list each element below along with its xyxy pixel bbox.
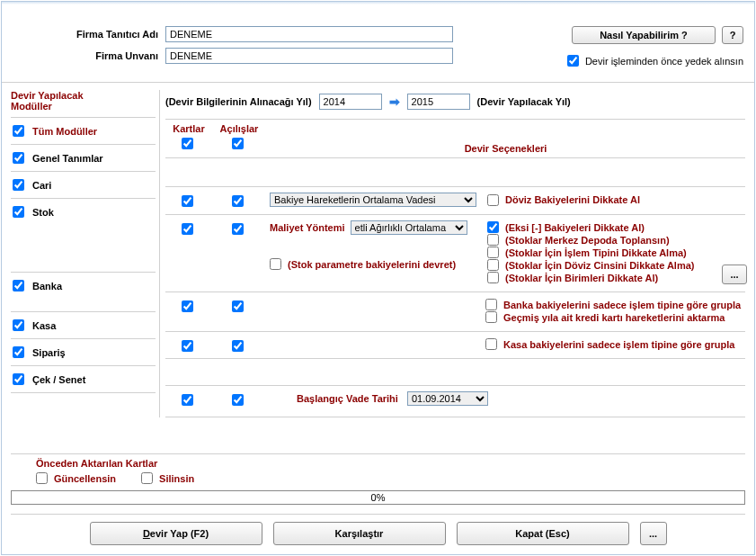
stok-eksi-label: (Eksi [-] Bakiyeleri Dikkate Al) [505,222,645,233]
guncellensin-checkbox[interactable] [36,472,48,484]
ceksenet-checkbox[interactable] [13,373,24,385]
row-cari: Bakiye Hareketlerin Ortalama Vadesi Dövi… [165,186,745,212]
row-siparis [165,358,745,383]
cari-doviz-checkbox[interactable] [487,194,499,206]
cari-kartlar-checkbox[interactable] [182,195,193,207]
kasa-acilislar-checkbox[interactable] [232,340,244,352]
help-button[interactable]: Nasıl Yapabilirim ? [572,26,716,44]
firma-unvani-input[interactable] [165,48,453,64]
acilislar-all-checkbox[interactable] [232,138,244,149]
backup-checkbox[interactable] [567,55,579,67]
header-area: Firma Tanıtıcı Adı Firma Unvanı Nasıl Ya… [2,4,754,78]
ceksenet-acilislar-checkbox[interactable] [232,394,244,406]
cari-acilislar-checkbox[interactable] [232,195,244,207]
baslangic-label: Başlangıç Vade Tarihi [297,393,398,404]
banka-gecmis-checkbox[interactable] [485,311,497,323]
stok-checkbox[interactable] [13,206,24,218]
genel-label: Genel Tanımlar [32,153,103,164]
window: Firma Tanıtıcı Adı Firma Unvanı Nasıl Ya… [1,1,755,555]
modules-title-1: Devir Yapılacak [11,90,156,101]
stok-merkez-checkbox[interactable] [487,234,499,246]
kapat-button[interactable]: Kapat (Esc) [457,522,629,545]
button-row: Devir Yap (F2) Karşılaştır Kapat (Esc) .… [11,522,745,545]
info-year-label: (Devir Bilgilerinin Alınacağı Yıl) [165,96,312,107]
cari-checkbox[interactable] [13,179,24,191]
kasa-checkbox[interactable] [13,319,24,331]
siparis-label: Sipariş [32,347,66,358]
cari-combo[interactable]: Bakiye Hareketlerin Ortalama Vadesi [270,193,476,207]
kartlar-header: Kartlar [165,123,212,134]
maliyet-label: Maliyet Yöntemi [270,222,345,233]
backup-label: Devir işleminden önce yedek alınsın [585,56,743,67]
help-question-button[interactable]: ? [722,26,743,44]
to-year-input[interactable] [407,94,470,110]
firma-unvani-label: Firma Unvanı [13,50,165,61]
secenekler-header: Devir Seçenekleri [266,123,745,154]
target-year-label: (Devir Yapılacak Yıl) [477,96,571,107]
from-year-input[interactable] [319,94,382,110]
main-grid: Devir Yapılacak Modüller Tüm Modüller Ge… [2,83,754,417]
header-right: Nasıl Yapabilirim ? ? [572,26,743,44]
kasa-kartlar-checkbox[interactable] [182,340,193,352]
karsilastir-button[interactable]: Karşılaştır [273,522,446,545]
footer-ellipsis-button[interactable]: ... [640,522,667,545]
all-modules-checkbox[interactable] [13,125,24,137]
genel-checkbox[interactable] [13,152,24,164]
right-column: (Devir Bilgilerinin Alınacağı Yıl) ➡ (De… [160,90,745,417]
acilislar-header: Açılışlar [212,123,266,134]
firma-tanitici-label: Firma Tanıtıcı Adı [13,29,165,40]
stok-label: Stok [32,207,54,218]
cari-label: Cari [32,180,51,191]
firma-tanitici-input[interactable] [165,26,453,42]
row-genel [165,157,745,184]
progress-bar: 0% [11,490,745,505]
year-row: (Devir Bilgilerinin Alınacağı Yıl) ➡ (De… [165,90,745,119]
prev-cards-title: Önceden Aktarılan Kartlar [36,458,745,469]
row-kasa: Kasa bakiyelerini sadece işlem tipine gö… [165,331,745,356]
devir-yap-button[interactable]: Devir Yap (F2) [90,522,262,545]
stok-acilislar-checkbox[interactable] [232,223,244,235]
stok-ellipsis-button[interactable]: ... [722,265,747,284]
stok-doviz-label: (Stoklar İçin Döviz Cinsini Dikkate Alma… [505,260,694,271]
kasa-grupla-checkbox[interactable] [485,338,497,350]
banka-grupla-label: Banka bakiyelerini sadece işlem tipine g… [503,300,741,310]
arrow-icon: ➡ [389,94,400,109]
all-modules-label: Tüm Modüller [32,126,97,137]
modules-title-2: Modüller [11,101,156,112]
footer-area: Önceden Aktarılan Kartlar Güncellensin S… [2,446,754,554]
maliyet-combo[interactable]: etli Ağırlıklı Ortalama [351,220,467,235]
banka-acilislar-checkbox[interactable] [232,300,244,312]
stok-param-checkbox[interactable] [270,258,281,270]
stok-birim-label: (Stoklar İçin Birimleri Dikkate Al) [505,273,658,283]
baslangic-date-combo[interactable]: 01.09.2014 [407,391,488,406]
backup-checkbox-row: Devir işleminden önce yedek alınsın [567,55,743,67]
banka-grupla-checkbox[interactable] [485,299,497,310]
kasa-label: Kasa [32,320,56,331]
siparis-checkbox[interactable] [13,346,24,358]
guncellensin-label: Güncellensin [54,473,116,484]
row-stok: Maliyet Yöntemi etli Ağırlıklı Ortalama … [165,214,745,290]
ceksenet-label: Çek / Senet [32,374,85,385]
banka-kartlar-checkbox[interactable] [182,300,193,312]
stok-kartlar-checkbox[interactable] [182,223,193,235]
ceksenet-kartlar-checkbox[interactable] [182,394,193,406]
silinsin-label: Silinsin [159,473,194,484]
columns-header: Kartlar Açılışlar Devir Seçenekleri [165,120,745,156]
cari-doviz-label: Döviz Bakiyelerini Dikkate Al [505,194,640,205]
stok-merkez-label: (Stoklar Merkez Depoda Toplansın) [505,235,670,246]
stok-islem-label: (Stoklar İçin İşlem Tipini Dikkate Alma) [505,247,687,258]
row-banka: Banka bakiyelerini sadece işlem tipine g… [165,291,745,329]
stok-doviz-checkbox[interactable] [487,259,499,271]
banka-label: Banka [32,281,62,291]
row-ceksenet: Başlangıç Vade Tarihi 01.09.2014 [165,385,745,411]
banka-gecmis-label: Geçmiş yıla ait kredi kartı hareketlerin… [503,312,725,323]
prev-cards-section: Önceden Aktarılan Kartlar Güncellensin S… [36,458,745,485]
stok-birim-checkbox[interactable] [487,272,499,283]
left-column: Devir Yapılacak Modüller Tüm Modüller Ge… [11,90,160,417]
banka-checkbox[interactable] [13,280,24,291]
silinsin-checkbox[interactable] [141,472,153,484]
stok-islem-checkbox[interactable] [487,247,499,258]
kartlar-all-checkbox[interactable] [182,138,193,149]
stok-param-label: (Stok parametre bakiyelerini devret) [288,259,456,270]
stok-eksi-checkbox[interactable] [487,221,499,233]
